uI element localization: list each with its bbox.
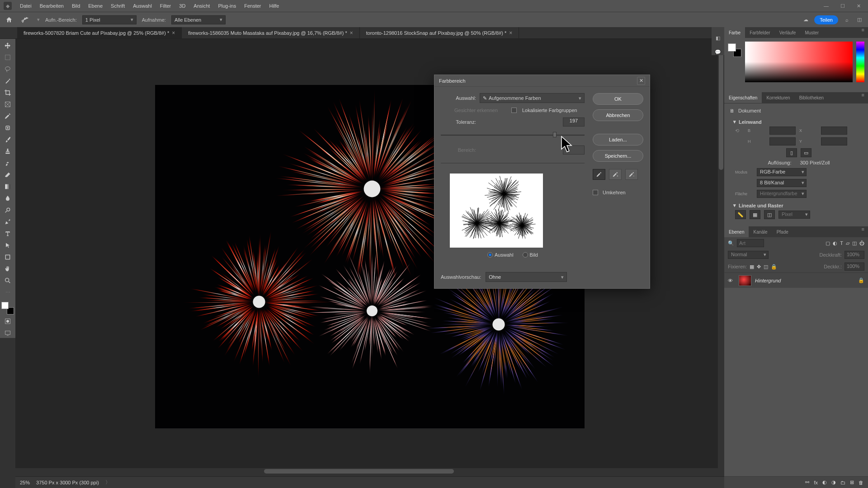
y-field[interactable] xyxy=(821,137,847,145)
gradient-tool[interactable] xyxy=(2,182,14,192)
stamp-tool[interactable] xyxy=(2,146,14,156)
doc-info-chevron-icon[interactable]: 〉 xyxy=(105,479,110,486)
layer-thumbnail[interactable] xyxy=(739,275,751,286)
horizontal-scrollbar[interactable] xyxy=(15,468,718,474)
cancel-button[interactable]: Abbrechen xyxy=(593,109,643,121)
lock-artboard-icon[interactable]: ◫ xyxy=(764,264,768,270)
more-tools[interactable]: ⋯ xyxy=(2,287,14,297)
panel-menu-icon[interactable]: ≡ xyxy=(858,92,868,103)
landscape-icon[interactable]: ▭ xyxy=(801,148,811,157)
lock-pixels-icon[interactable]: ▦ xyxy=(750,264,754,270)
link-layers-icon[interactable]: ⚯ xyxy=(805,479,809,485)
delete-layer-icon[interactable]: 🗑 xyxy=(859,480,863,485)
layer-filter-icon[interactable]: 🔍 xyxy=(728,240,734,246)
tab-paths[interactable]: Pfade xyxy=(772,226,793,237)
lock-all-icon[interactable]: 🔒 xyxy=(771,264,777,270)
fill-select[interactable]: Hintergrundfarbe xyxy=(757,190,807,198)
hue-slider[interactable] xyxy=(856,42,864,82)
frame-tool[interactable] xyxy=(2,99,14,109)
crop-tool[interactable] xyxy=(2,88,14,98)
tab-close-icon[interactable]: × xyxy=(350,30,353,36)
brush-tool[interactable] xyxy=(2,135,14,145)
layer-visibility-icon[interactable]: 👁 xyxy=(728,278,735,283)
eyedropper-tool[interactable] xyxy=(2,111,14,121)
blur-tool[interactable] xyxy=(2,193,14,203)
menu-select[interactable]: Auswahl xyxy=(129,1,156,10)
blend-mode-select[interactable]: Normal xyxy=(728,251,769,259)
menu-plugins[interactable]: Plug-ins xyxy=(214,1,240,10)
menu-view[interactable]: Ansicht xyxy=(190,1,213,10)
tolerance-field[interactable]: 197 xyxy=(563,117,585,127)
tab-close-icon[interactable]: × xyxy=(172,30,175,36)
tab-adjustments[interactable]: Korrekturen xyxy=(762,92,794,103)
filter-adjust-icon[interactable]: ◐ xyxy=(833,240,837,246)
localized-checkbox[interactable] xyxy=(511,108,517,113)
tab-channels[interactable]: Kanäle xyxy=(749,226,772,237)
panel-menu-icon[interactable]: ≡ xyxy=(858,27,868,38)
path-select-tool[interactable] xyxy=(2,240,14,250)
unit-select[interactable]: Pixel xyxy=(778,211,810,219)
menu-file[interactable]: Datei xyxy=(16,1,35,10)
panel-menu-icon[interactable]: ≡ xyxy=(858,226,868,237)
ok-button[interactable]: OK xyxy=(593,93,643,105)
tolerance-slider[interactable] xyxy=(441,131,585,139)
eyedropper-icon[interactable] xyxy=(593,169,605,180)
tool-icon[interactable] xyxy=(19,15,32,24)
search-icon[interactable]: ⌕ xyxy=(843,16,851,24)
menu-layer[interactable]: Ebene xyxy=(85,1,106,10)
filter-shape-icon[interactable]: ▱ xyxy=(846,240,849,246)
maximize-icon[interactable]: ☐ xyxy=(837,1,849,11)
load-button[interactable]: Laden... xyxy=(593,134,643,145)
twirl-icon[interactable]: ▾ xyxy=(733,119,736,125)
quickmask-tool[interactable] xyxy=(2,316,14,326)
layer-name[interactable]: Hintergrund xyxy=(755,278,781,283)
screenmode-tool[interactable] xyxy=(2,328,14,338)
minimize-icon[interactable]: — xyxy=(820,1,832,10)
move-tool[interactable] xyxy=(2,41,14,51)
portrait-icon[interactable]: ▯ xyxy=(786,148,797,157)
tab-patterns[interactable]: Muster xyxy=(800,27,823,38)
close-window-icon[interactable]: ✕ xyxy=(853,1,864,11)
tab-properties[interactable]: Eigenschaften xyxy=(724,92,762,103)
new-layer-icon[interactable]: ⊞ xyxy=(850,479,854,485)
document-tab[interactable]: fireworks-5007820 Briam Cute auf Pixabay… xyxy=(17,27,182,38)
layer-fx-icon[interactable]: fx xyxy=(814,480,818,485)
zoom-level[interactable]: 25% xyxy=(20,480,30,485)
eyedropper-subtract-icon[interactable]: − xyxy=(625,169,638,180)
foreground-background-colors[interactable] xyxy=(1,302,14,314)
hand-tool[interactable] xyxy=(2,264,14,274)
dodge-tool[interactable] xyxy=(2,205,14,215)
vertical-scrollbar[interactable] xyxy=(718,39,724,474)
eraser-tool[interactable] xyxy=(2,170,14,180)
selection-preview-dropdown[interactable]: Ohne xyxy=(486,272,567,282)
layer-search-input[interactable] xyxy=(737,239,764,247)
pen-tool[interactable] xyxy=(2,217,14,227)
wand-tool[interactable] xyxy=(2,76,14,86)
layer-lock-icon[interactable]: 🔒 xyxy=(858,277,864,283)
filter-smart-icon[interactable]: ◫ xyxy=(852,240,857,246)
marquee-tool[interactable] xyxy=(2,52,14,62)
guides-icon[interactable]: ◫ xyxy=(764,210,775,219)
type-tool[interactable] xyxy=(2,229,14,239)
eyedropper-add-icon[interactable]: + xyxy=(609,169,622,180)
filter-type-icon[interactable]: T xyxy=(840,240,843,246)
width-field[interactable] xyxy=(769,127,796,135)
tab-color[interactable]: Farbe xyxy=(724,27,745,38)
depth-select[interactable]: 8 Bit/Kanal xyxy=(757,179,807,187)
filter-pixel-icon[interactable]: ▢ xyxy=(826,240,830,246)
menu-image[interactable]: Bild xyxy=(68,1,84,10)
document-tab[interactable]: toronto-1298016 StockSnap auf Pixabay.jp… xyxy=(360,27,519,38)
history-brush-tool[interactable] xyxy=(2,158,14,168)
layer-mask-icon[interactable]: ◐ xyxy=(822,479,827,485)
color-fg-bg[interactable] xyxy=(728,43,741,57)
menu-3d[interactable]: 3D xyxy=(175,1,189,10)
menu-edit[interactable]: Bearbeiten xyxy=(36,1,67,10)
ruler-icon[interactable]: 📏 xyxy=(735,210,746,219)
home-icon[interactable] xyxy=(5,15,14,24)
layer-row[interactable]: 👁 Hintergrund 🔒 xyxy=(724,272,868,288)
menu-window[interactable]: Fenster xyxy=(241,1,264,10)
menu-help[interactable]: Hilfe xyxy=(265,1,283,10)
heal-tool[interactable] xyxy=(2,123,14,133)
preview-image-radio[interactable] xyxy=(523,252,528,258)
collapsed-panel-icon[interactable]: 💬 xyxy=(715,49,721,55)
